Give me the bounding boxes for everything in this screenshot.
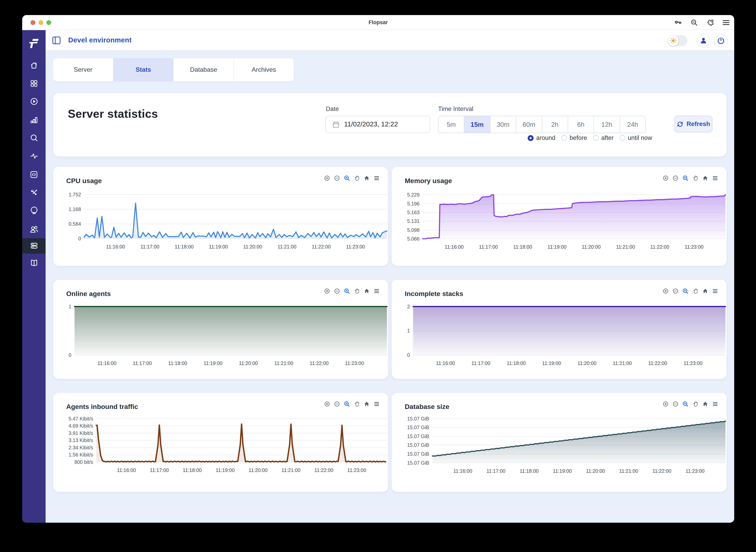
radio-after[interactable]: after [593,134,614,141]
x-tick-label: 11:21:00 [613,361,632,366]
y-tick-label: 15.07 GiB [407,433,429,439]
app-window: Flopsar Devel environment Server Stats [22,15,734,523]
radio-dot [561,135,567,141]
x-tick-label: 11:19:00 [547,244,566,250]
chart-plot-online_agents[interactable]: 0111:16:0011:17:0011:18:0011:19:0011:20:… [53,280,388,379]
interval-mode-radios: aroundbeforeafteruntil now [527,133,652,143]
extensions-button[interactable] [707,19,714,26]
sidebar-item-tools[interactable] [22,183,45,202]
window-title: Flopsar [22,15,734,30]
interval-2h[interactable]: 2h [542,116,568,133]
x-tick-label: 11:18:00 [520,468,538,474]
app-logo[interactable] [22,38,45,48]
sidebar-item-activity[interactable] [22,147,45,165]
run-icon [29,97,38,106]
tools-icon [29,188,38,197]
radio-around[interactable]: around [527,134,555,141]
sidebar-item-docs[interactable] [22,253,45,272]
x-tick-label: 11:19:00 [204,361,222,366]
y-tick-label: 5.131 [407,218,420,224]
tab-database[interactable]: Database [174,58,234,81]
interval-24h[interactable]: 24h [620,116,645,133]
power-button[interactable] [714,33,728,47]
x-tick-label: 11:16:00 [117,467,136,473]
menu-icon [722,19,730,26]
x-tick-label: 11:16:00 [453,468,472,474]
key-button[interactable] [674,19,682,26]
chart-plot-database_size[interactable]: 15.07 GiB15.07 GiB15.07 GiB15.07 GiB15.0… [392,393,727,492]
radio-until-now[interactable]: until now [620,134,652,141]
browser-menu-button[interactable] [722,19,730,26]
sidebar-item-search[interactable] [22,129,45,147]
sun-icon [670,37,677,44]
date-label: Date [326,105,339,113]
x-tick-label: 11:16:00 [436,361,455,366]
sidebar-toggle-button[interactable] [52,36,60,44]
y-tick-label: 15.07 GiB [407,425,429,430]
sidebar-item-home[interactable] [22,56,45,74]
sidebar-item-users[interactable] [22,220,45,238]
refresh-icon [676,121,683,127]
x-tick-label: 11:18:00 [168,361,187,366]
sidebar-item-award[interactable] [22,202,45,220]
server-statistics-panel: Server statistics Date 11/02/2023, 12:22… [53,93,727,156]
sidebar-item-metrics[interactable] [22,111,45,129]
interval-30m[interactable]: 30m [490,116,516,133]
activity-icon [29,152,38,160]
sidebar-item-code[interactable] [22,165,45,183]
interval-5m[interactable]: 5m [438,116,465,133]
x-tick-label: 11:18:00 [175,244,194,250]
chart-plot-cpu[interactable]: 00.5841.1681.75211:16:0011:17:0011:18:00… [53,167,388,266]
tab-server[interactable]: Server [53,58,113,81]
x-tick-label: 11:21:00 [616,244,635,250]
y-tick-label: 15.07 GiB [407,460,429,465]
zoom-out-button[interactable] [690,19,698,26]
x-tick-label: 11:16:00 [106,244,125,250]
series-area [75,306,387,355]
theme-toggle[interactable] [668,35,687,46]
y-tick-label: 0.584 [69,221,81,227]
refresh-button[interactable]: Refresh [674,116,713,132]
x-tick-label: 11:19:00 [209,244,228,250]
x-tick-label: 11:19:00 [553,468,572,474]
interval-6h[interactable]: 6h [568,116,594,133]
x-tick-label: 11:21:00 [281,467,300,473]
y-tick-label: 5.066 [407,236,420,242]
date-input[interactable]: 11/02/2023, 12:22 [326,116,430,133]
sidebar-item-apps[interactable] [22,74,45,92]
panel-toggle-icon [52,36,60,44]
x-tick-label: 11:22:00 [312,244,331,250]
y-tick-label: 2 [407,304,410,309]
interval-15m[interactable]: 15m [465,116,490,133]
y-tick-label: 15.07 GiB [407,451,429,457]
radio-before[interactable]: before [561,134,587,141]
sidebar-item-storage[interactable] [22,238,45,253]
x-tick-label: 11:21:00 [619,468,638,474]
x-tick-label: 11:22:00 [314,467,333,473]
y-tick-label: 0 [78,236,81,241]
x-tick-label: 11:20:00 [582,244,601,250]
tab-stats[interactable]: Stats [113,58,174,81]
x-tick-label: 11:23:00 [685,468,705,474]
sidebar-item-run[interactable] [22,92,45,111]
y-tick-label: 3.91 Kibit/s [69,430,93,436]
tab-archives[interactable]: Archives [234,58,294,81]
interval-60m[interactable]: 60m [516,116,542,133]
x-tick-label: 11:20:00 [239,361,258,366]
apps-grid-icon [30,79,38,87]
chart-plot-incomplete_stacks[interactable]: 01211:16:0011:17:0011:18:0011:19:0011:20… [392,280,727,379]
key-icon [674,19,682,26]
chart-plot-agents_inbound_traffic[interactable]: 800 bit/s1.56 Kibit/s2.34 Kibit/s3.13 Ki… [53,393,388,492]
x-tick-label: 11:22:00 [309,361,329,366]
y-tick-label: 5.163 [407,210,420,215]
x-tick-label: 11:17:00 [471,361,490,366]
interval-12h[interactable]: 12h [594,116,620,133]
chart-card-incomplete_stacks: Incomplete stacks01211:16:0011:17:0011:1… [392,280,727,379]
x-tick-label: 11:20:00 [243,244,262,250]
user-button[interactable] [697,33,711,47]
y-tick-label: 15.07 GiB [407,416,429,421]
chart-plot-memory[interactable]: 5.0665.0985.1315.1635.1965.22911:16:0011… [392,167,727,266]
users-icon [29,225,38,234]
series-line [84,203,387,238]
x-tick-label: 11:23:00 [347,467,366,473]
